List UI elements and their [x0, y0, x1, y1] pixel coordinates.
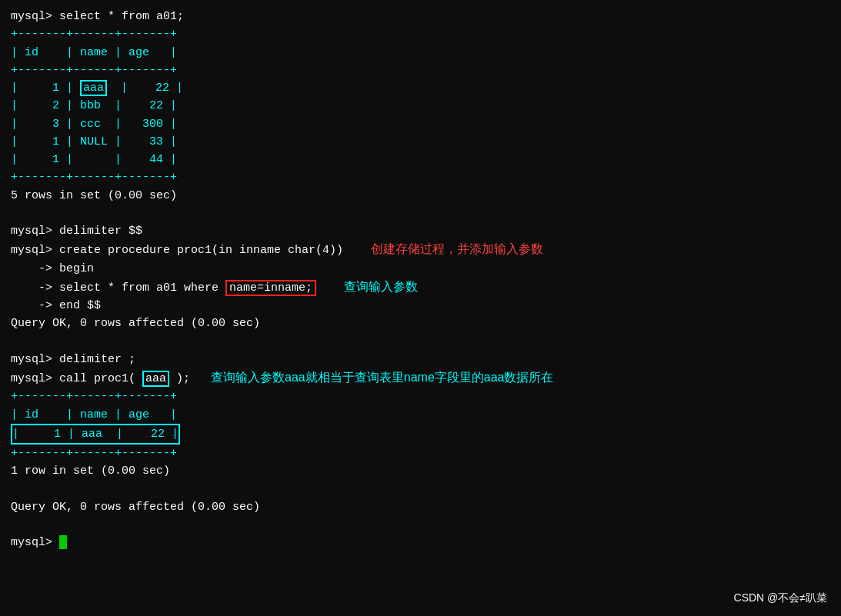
rows-result-2: 1 row in set (0.00 sec): [11, 462, 830, 480]
table-row-1: | 1 | aaa | 22 |: [11, 79, 830, 97]
create-proc-line: mysql> create procedure proc1(in inname …: [11, 240, 830, 259]
table-row-5: | 1 | | 44 |: [11, 151, 830, 168]
table-header-2: | id | name | age |: [11, 406, 830, 424]
select-where-line: -> select * from a01 where name=inname; …: [11, 278, 830, 297]
result-row-highlight: | 1 | aaa | 22 |: [11, 424, 180, 445]
blank-2: [11, 333, 830, 351]
table-row-2: | 2 | bbb | 22 |: [11, 97, 830, 115]
blank-4: [11, 516, 830, 534]
separator-5: +-------+------+-------+: [11, 445, 830, 462]
separator-2: +-------+------+-------+: [11, 62, 830, 79]
separator-1: +-------+------+-------+: [11, 25, 830, 43]
blank-1: [11, 205, 830, 222]
highlight-name-inname: name=inname;: [225, 280, 316, 296]
query-ok-1: Query OK, 0 rows affected (0.00 sec): [11, 315, 830, 332]
delimiter-1: mysql> delimiter $$: [11, 222, 830, 240]
delimiter-2: mysql> delimiter ;: [11, 351, 830, 368]
separator-3: +-------+------+-------+: [11, 168, 830, 186]
annotation-create: 创建存储过程，并添加输入参数: [371, 242, 543, 255]
begin-line: -> begin: [11, 260, 830, 278]
table-row-3: | 3 | ccc | 300 |: [11, 115, 830, 133]
terminal: mysql> select * from a01; +-------+-----…: [0, 0, 841, 616]
table-row-4: | 1 | NULL | 33 |: [11, 133, 830, 151]
highlight-aaa-call: aaa: [142, 371, 169, 387]
call-proc-line: mysql> call proc1( aaa ); 查询输入参数aaa就相当于查…: [11, 368, 830, 388]
highlight-aaa-1: aaa: [80, 80, 107, 96]
cursor: [59, 535, 67, 549]
end-proc-line: -> end $$: [11, 297, 830, 315]
query-line-1: mysql> select * from a01;: [11, 8, 830, 25]
annotation-call: 查询输入参数aaa就相当于查询表里name字段里的aaa数据所在: [211, 371, 553, 384]
separator-4: +-------+------+-------+: [11, 388, 830, 405]
table-header: | id | name | age |: [11, 44, 830, 62]
rows-result-1: 5 rows in set (0.00 sec): [11, 187, 830, 205]
watermark: CSDN @不会≠趴菜: [734, 591, 827, 605]
blank-3: [11, 481, 830, 498]
annotation-select: 查询输入参数: [344, 280, 418, 293]
result-row-line: | 1 | aaa | 22 |: [11, 424, 830, 445]
final-prompt: mysql>: [11, 534, 830, 551]
query-ok-2: Query OK, 0 rows affected (0.00 sec): [11, 498, 830, 516]
